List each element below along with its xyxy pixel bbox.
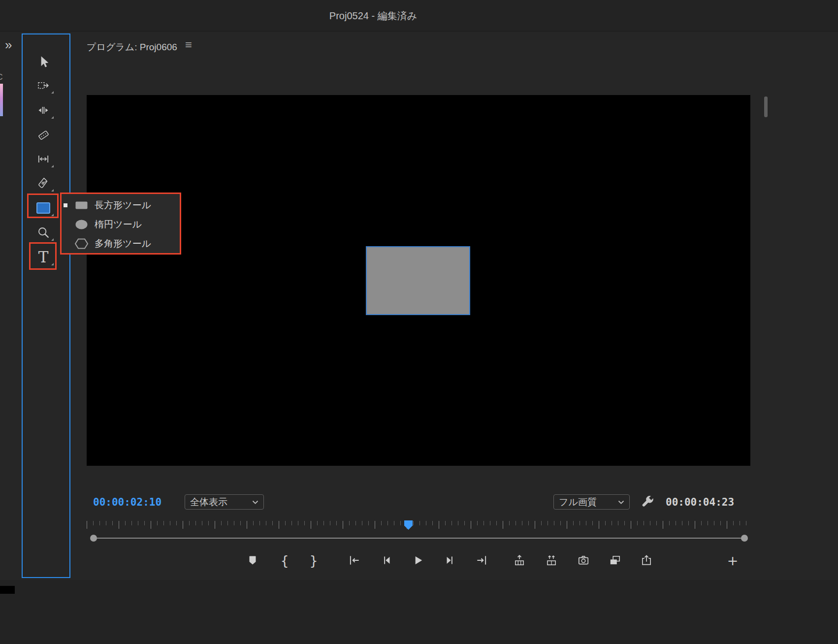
- flyout-corner-icon: [51, 189, 54, 192]
- timeline-panel-corner: [0, 586, 15, 594]
- track-select-icon: [37, 79, 50, 92]
- comparison-view-icon: [609, 554, 621, 567]
- add-marker-button[interactable]: [245, 552, 260, 568]
- current-timecode[interactable]: 00:00:02:10: [93, 496, 161, 508]
- camera-icon: [577, 554, 590, 567]
- magnifier-icon: [37, 226, 50, 239]
- ruler-major-ticks: [87, 521, 750, 529]
- ripple-edit-tool[interactable]: [31, 100, 56, 121]
- extract-button[interactable]: [544, 552, 559, 568]
- zoom-scrollbar-right-handle[interactable]: [741, 535, 748, 542]
- duration-timecode: 00:00:04:23: [666, 496, 734, 508]
- flyout-corner-icon: [51, 238, 54, 241]
- step-back-icon: [381, 554, 393, 567]
- mark-out-button[interactable]: }: [306, 552, 322, 568]
- ripple-edit-icon: [37, 104, 50, 117]
- hidden-panel-edge: [0, 84, 3, 116]
- selection-tool[interactable]: [31, 51, 56, 72]
- type-tool[interactable]: T: [31, 247, 56, 267]
- lift-button[interactable]: [512, 552, 527, 568]
- polygon-icon: [74, 238, 89, 250]
- shape-clip-rectangle[interactable]: [366, 246, 470, 315]
- go-to-out-button[interactable]: [474, 552, 489, 568]
- export-frame-button[interactable]: [576, 552, 591, 568]
- zoom-level-value: 全体表示: [190, 496, 227, 509]
- razor-tool[interactable]: [31, 125, 56, 145]
- selection-arrow-icon: [37, 55, 50, 68]
- flyout-item-ellipse[interactable]: 楕円ツール: [62, 215, 180, 234]
- zoom-level-select[interactable]: 全体表示: [185, 494, 264, 510]
- panel-menu-icon[interactable]: ≡: [185, 39, 192, 51]
- flyout-corner-icon: [51, 214, 54, 216]
- pen-icon: [37, 177, 50, 190]
- flyout-item-label: 多角形ツール: [95, 237, 151, 250]
- tools-panel: T: [22, 33, 70, 578]
- step-forward-icon: [443, 554, 456, 567]
- flyout-corner-icon: [51, 263, 54, 265]
- program-panel-title: プログラム: Proj0606: [87, 41, 177, 54]
- flyout-item-label: 長方形ツール: [95, 199, 151, 212]
- export-icon: [640, 554, 653, 567]
- selected-bullet-icon: [64, 203, 67, 207]
- chevron-down-icon: [252, 500, 258, 504]
- extract-icon: [545, 554, 558, 567]
- go-to-in-icon: [348, 554, 361, 567]
- rectangle-icon: [74, 199, 89, 211]
- chevron-down-icon: [618, 500, 624, 504]
- step-forward-button[interactable]: [442, 552, 457, 568]
- plus-icon: +: [727, 554, 739, 567]
- rectangle-tool[interactable]: [31, 197, 56, 218]
- rectangle-tool-icon: [36, 202, 50, 214]
- expand-panels-button[interactable]: »: [5, 38, 12, 51]
- mark-in-button[interactable]: {: [277, 552, 292, 568]
- flyout-corner-icon: [51, 165, 54, 167]
- play-button[interactable]: [410, 552, 425, 568]
- playback-quality-select[interactable]: フル画質: [553, 494, 630, 510]
- flyout-item-label: 楕円ツール: [95, 218, 142, 231]
- pen-tool[interactable]: [31, 173, 56, 193]
- selected-bullet-icon: [64, 223, 67, 226]
- settings-wrench-button[interactable]: [640, 495, 655, 510]
- flyout-item-polygon[interactable]: 多角形ツール: [62, 234, 180, 253]
- go-to-out-icon: [475, 554, 488, 567]
- titlebar: Proj0524 - 編集済み: [0, 0, 838, 32]
- playback-quality-value: フル画質: [559, 496, 597, 509]
- zoom-tool[interactable]: [31, 222, 56, 243]
- track-select-forward-tool[interactable]: [31, 75, 56, 96]
- zoom-scrollbar-track[interactable]: [94, 538, 744, 539]
- slip-icon: [37, 153, 50, 165]
- time-ruler[interactable]: [87, 521, 750, 534]
- comparison-view-button[interactable]: [607, 552, 623, 568]
- flyout-corner-icon: [51, 91, 54, 94]
- step-back-button[interactable]: [379, 552, 395, 568]
- zoom-scrollbar-left-handle[interactable]: [90, 535, 97, 542]
- premiere-window: Proj0524 - 編集済み » C: [0, 0, 838, 644]
- export-button[interactable]: [639, 552, 654, 568]
- selected-bullet-icon: [64, 242, 67, 246]
- panel-scrollbar[interactable]: [764, 97, 768, 117]
- clipped-panel-label: C: [0, 73, 3, 82]
- mark-in-icon: {: [280, 554, 289, 567]
- flyout-item-rectangle[interactable]: 長方形ツール: [62, 195, 180, 215]
- type-tool-icon: T: [38, 250, 49, 265]
- razor-icon: [37, 129, 50, 141]
- slip-tool[interactable]: [31, 149, 56, 169]
- play-icon: [411, 554, 424, 567]
- mark-out-icon: }: [309, 554, 318, 567]
- lift-icon: [513, 554, 526, 567]
- ellipse-icon: [74, 219, 89, 230]
- wrench-icon: [641, 495, 654, 509]
- window-title: Proj0524 - 編集済み: [329, 9, 417, 23]
- marker-icon: [247, 554, 258, 566]
- shape-tool-flyout: 長方形ツール 楕円ツール 多角形ツール: [60, 193, 181, 255]
- button-editor-button[interactable]: +: [725, 552, 741, 568]
- bottom-panel-edge: [0, 580, 838, 644]
- program-monitor-viewport[interactable]: [87, 95, 750, 466]
- flyout-corner-icon: [51, 116, 54, 119]
- go-to-in-button[interactable]: [347, 552, 362, 568]
